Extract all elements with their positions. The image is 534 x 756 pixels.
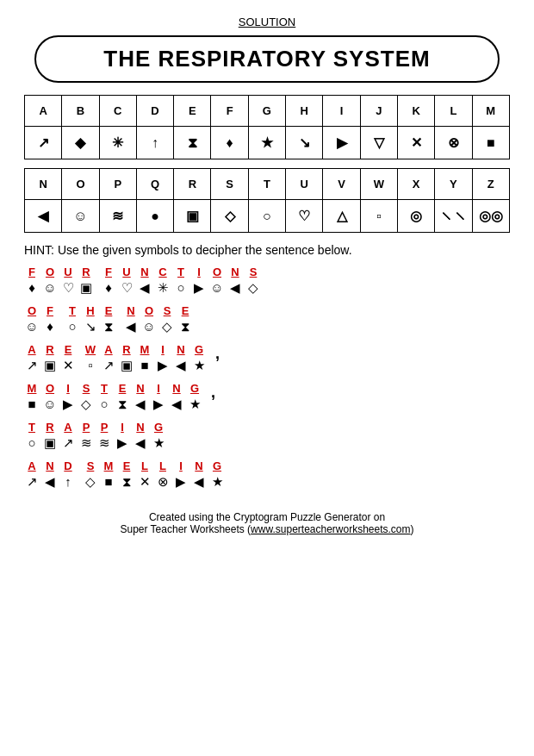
word-and: A↗ N◀ D↑ [24, 459, 78, 490]
sentence-row-1: F♦ O☺ U♡ R▣ F♦ U♡ N◀ C✳ T○ I▶ O☺ N◀ S◇ [24, 266, 510, 296]
cipher-table-1: A B C D E F G H I J K L M ↗ ◆ ✳ ↑ ⧗ ♦ ★ … [24, 95, 510, 159]
punctuation-1: , [215, 345, 220, 363]
sentence-row-5: T○ R▣ A↗ P≋ P≋ I▶ N◀ G★ [24, 421, 510, 451]
page: SOLUTION THE RESPIRATORY SYSTEM A B C D … [0, 0, 534, 756]
word-functions: F♦ U♡ N◀ C✳ T○ I▶ O☺ N◀ S◇ [101, 266, 263, 296]
page-title: THE RESPIRATORY SYSTEM [53, 46, 481, 72]
solution-label: SOLUTION [24, 16, 510, 28]
word-smelling: S◇ M■ E⧗ L✕ L⊗ I▶ N◀ G★ [83, 459, 227, 490]
word-moistening: M■ O☺ I▶ S◇ T○ E⧗ N◀ I▶ N◀ G★ [24, 382, 204, 412]
sentence-row-3: A↗ R▣ E✕ W▫ A↗ R▣ M■ I▶ N◀ G★ , [24, 343, 510, 373]
word-are: A↗ R▣ E✕ [24, 343, 78, 373]
word-the: T○ H↘ E⧗ [65, 304, 118, 334]
word-four: F♦ O☺ U♡ R▣ [24, 266, 96, 296]
word-warming: W▫ A↗ R▣ M■ I▶ N◀ G★ [83, 343, 208, 373]
cipher-table-2: N O P Q R S T U V W X Y Z ◀ ☺ ≋ ● ▣ ◇ ○ … [24, 168, 510, 233]
symbol-row-1: ↗ ◆ ✳ ↑ ⧗ ♦ ★ ↘ ▶ ▽ ✕ ⊗ ■ [25, 127, 510, 159]
sentence-row-2: O☺ F♦ T○ H↘ E⧗ N◀ O☺ S◇ E⧗ [24, 304, 510, 334]
letter-row-2: N O P Q R S T U V W X Y Z [25, 169, 510, 200]
footer: Created using the Cryptogram Puzzle Gene… [24, 511, 510, 535]
punctuation-2: , [211, 384, 215, 402]
footer-link[interactable]: www.superteacherworksheets.com [251, 523, 410, 535]
footer-line2: Super Teacher Worksheets (www.superteach… [24, 523, 510, 535]
word-nose: N◀ O☺ S◇ E⧗ [123, 304, 195, 334]
word-of: O☺ F♦ [24, 304, 59, 334]
sentence-area: F♦ O☺ U♡ R▣ F♦ U♡ N◀ C✳ T○ I▶ O☺ N◀ S◇ O… [24, 266, 510, 490]
hint-text: HINT: Use the given symbols to decipher … [24, 243, 510, 257]
sentence-row-6: A↗ N◀ D↑ S◇ M■ E⧗ L✕ L⊗ I▶ N◀ G★ [24, 459, 510, 490]
title-box: THE RESPIRATORY SYSTEM [34, 35, 500, 83]
sentence-row-4: M■ O☺ I▶ S◇ T○ E⧗ N◀ I▶ N◀ G★ , [24, 382, 510, 412]
word-trapping: T○ R▣ A↗ P≋ P≋ I▶ N◀ G★ [24, 421, 168, 451]
symbol-row-2: ◀ ☺ ≋ ● ▣ ◇ ○ ♡ △ ▫ ◎ ⟍⟍ ◎◎ [25, 200, 510, 233]
letter-row-1: A B C D E F G H I J K L M [25, 96, 510, 127]
footer-line1: Created using the Cryptogram Puzzle Gene… [24, 511, 510, 523]
